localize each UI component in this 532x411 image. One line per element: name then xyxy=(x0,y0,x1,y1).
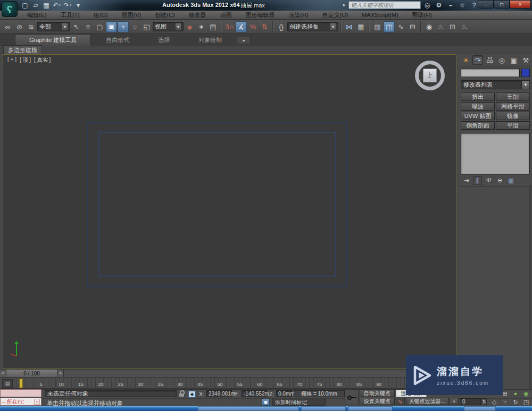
minimize-button[interactable]: – xyxy=(478,0,494,9)
pin-stack-toggle[interactable]: ⇥ xyxy=(462,176,471,184)
ribbon-subtab-polygon-modeling[interactable]: 多边形建模 xyxy=(3,45,42,55)
menu-create[interactable]: 创建(C) xyxy=(148,11,181,19)
new-file-button[interactable]: ▢ xyxy=(20,1,30,10)
select-and-link-button[interactable]: ∞ xyxy=(2,21,13,32)
select-and-rotate-button[interactable]: ○ xyxy=(129,21,140,32)
manage-layers-button[interactable]: ▥ xyxy=(372,21,383,32)
rendered-frame-window-button[interactable]: ⊡ xyxy=(447,21,458,32)
isolate-selection-toggle[interactable]: ▣ xyxy=(262,399,270,406)
modifier-bevel-profile-button[interactable]: 倒角剖面 xyxy=(461,121,495,130)
go-to-start-button[interactable]: « xyxy=(450,398,459,405)
menu-help[interactable]: 帮助(H) xyxy=(405,11,439,19)
ribbon-tab-freeform[interactable]: 自由形式 xyxy=(92,35,143,46)
unlink-selection-button[interactable]: ⊘ xyxy=(14,21,25,32)
modify-tab[interactable]: ↷ xyxy=(472,55,483,65)
menu-animation[interactable]: 动画 xyxy=(213,11,239,19)
open-file-button[interactable]: ▱ xyxy=(31,1,40,10)
use-center-flyout-button[interactable]: ◈ xyxy=(184,21,195,32)
object-color-swatch[interactable] xyxy=(521,69,530,77)
viewport-shading-menu[interactable]: [ 真实 ] xyxy=(34,56,51,64)
redo-button[interactable]: ↷▾ xyxy=(63,1,72,10)
open-mini-curve-editor-button[interactable]: ▤ xyxy=(2,379,13,388)
windows-taskbar[interactable] xyxy=(0,406,532,411)
modifier-mirror-button[interactable]: 镜像 xyxy=(496,112,530,120)
auto-key-toggle[interactable]: 自动关键点 xyxy=(360,390,395,397)
maximize-viewport-toggle[interactable]: ◳ xyxy=(521,398,531,406)
favorites-button[interactable]: ☆ xyxy=(458,1,467,10)
window-crossing-toggle[interactable]: ▣ xyxy=(106,21,117,32)
menu-customize[interactable]: 自定义(U) xyxy=(315,11,355,19)
default-in-out-tangents-button[interactable]: ∿ xyxy=(396,398,405,405)
menu-rendering[interactable]: 渲染(R) xyxy=(282,11,315,19)
modifier-noise-button[interactable]: 噪波 xyxy=(461,102,495,111)
show-end-result-toggle[interactable]: ∥ xyxy=(473,176,482,184)
select-and-manipulate-button[interactable]: ∗ xyxy=(196,21,207,32)
time-slider-handle[interactable]: 0 / 100 xyxy=(6,370,57,377)
angle-snap-toggle[interactable]: ∡ xyxy=(236,21,247,32)
listener-expand-arrow[interactable]: < xyxy=(34,399,40,405)
zoom-extents-all-button[interactable]: ◉ xyxy=(521,390,531,397)
create-tab[interactable]: ☀ xyxy=(461,55,471,65)
render-production-button[interactable]: ♨ xyxy=(459,21,470,32)
ribbon-tab-selection[interactable]: 选择 xyxy=(144,35,184,46)
viewcube-top-face[interactable]: 上 xyxy=(423,69,437,82)
menu-views[interactable]: 视图(V) xyxy=(115,11,148,19)
selection-lock-toggle[interactable] xyxy=(179,393,185,397)
track-bar[interactable]: ▤ 051015202530354045505560657075808590 xyxy=(0,378,458,389)
graphite-ribbon-toggle[interactable]: ◫ xyxy=(384,21,395,32)
panel-scrollbar[interactable] xyxy=(529,185,532,389)
menu-edit[interactable]: 编辑(E) xyxy=(20,11,54,19)
modifier-uvw-map-button[interactable]: UVW 贴图 xyxy=(461,112,495,120)
maxscript-macro-recorder[interactable] xyxy=(0,389,41,397)
snaps-toggle-3d[interactable]: 3∩ xyxy=(224,21,235,32)
quick-access-dropdown[interactable]: ▾ xyxy=(73,1,83,10)
set-keys-button[interactable] xyxy=(345,390,359,405)
ribbon-tab-graphite[interactable]: Graphite 建模工具 xyxy=(15,34,91,46)
ribbon-minimize-button[interactable]: ▼ xyxy=(237,37,251,44)
curve-editor-button[interactable]: ∿ xyxy=(395,21,406,32)
hierarchy-tab[interactable]: 品 xyxy=(485,55,495,65)
orbit-button[interactable]: ↻ xyxy=(511,398,520,406)
absolute-mode-toggle[interactable]: ◆ xyxy=(188,391,196,398)
maximize-button[interactable]: □ xyxy=(494,0,510,9)
motion-tab[interactable]: ◎ xyxy=(497,55,507,65)
menu-tools[interactable]: 工具(T) xyxy=(54,11,87,19)
utilities-tab[interactable]: ⚒ xyxy=(520,55,530,65)
infocenter-search-input[interactable] xyxy=(348,1,421,9)
taskbar-item[interactable] xyxy=(301,406,346,411)
zoom-extents-button[interactable]: ● xyxy=(511,390,520,397)
z-coord-field[interactable]: 0.0mm xyxy=(276,390,292,397)
rectangle-spline-inner[interactable] xyxy=(98,132,336,276)
bind-to-space-warp-button[interactable]: ≋ xyxy=(26,21,37,32)
reference-coordinate-system-dropdown[interactable]: 视图▼ xyxy=(153,22,184,31)
set-key-toggle[interactable]: 设置关键点 xyxy=(360,398,395,405)
selection-filter-dropdown[interactable]: 全部▼ xyxy=(37,22,70,31)
align-button[interactable]: ▦ xyxy=(355,21,367,32)
current-frame-field[interactable]: 0 xyxy=(460,398,481,405)
communication-center-button[interactable]: ⌁ xyxy=(446,1,455,10)
configure-modifier-sets-button[interactable]: ▥ xyxy=(506,176,516,184)
y-coord-field[interactable]: -140.552m xyxy=(242,390,267,397)
field-of-view-button[interactable]: ◇ xyxy=(489,398,499,406)
modifier-list-dropdown[interactable]: 修改器列表 ▼ xyxy=(461,80,530,89)
pan-hand-button[interactable]: ☞ xyxy=(500,398,510,406)
search-flyout-arrow[interactable]: ▸ xyxy=(343,2,346,7)
ribbon-tab-object-paint[interactable]: 对象绘制 xyxy=(185,35,236,46)
percent-snap-toggle[interactable]: % xyxy=(247,21,259,32)
display-tab[interactable]: ▣ xyxy=(509,55,519,65)
wrench-settings-button[interactable]: ⚙ xyxy=(435,1,443,10)
close-button[interactable]: × xyxy=(510,0,531,9)
rectangular-selection-region-button[interactable]: ▢ xyxy=(94,21,105,32)
add-time-tag[interactable]: 添加时间标记 xyxy=(272,399,326,406)
modifier-lathe-button[interactable]: 车削 xyxy=(496,93,530,101)
modifier-smooth-button[interactable]: 平滑 xyxy=(496,121,530,130)
menu-graph-editors[interactable]: 图形编辑器 xyxy=(239,11,282,19)
maxscript-mini-listener[interactable]: -- 所在行: < xyxy=(0,398,41,406)
material-editor-button[interactable]: ◉ xyxy=(423,21,435,32)
undo-button[interactable]: ↶▾ xyxy=(52,1,62,10)
mirror-button[interactable]: ⋈ xyxy=(344,21,355,32)
viewcube[interactable]: 上 xyxy=(415,61,445,90)
select-and-move-button[interactable]: + xyxy=(118,21,129,32)
key-filters-button[interactable]: 关键点过滤器... xyxy=(406,398,448,405)
menu-modifiers[interactable]: 修改器 xyxy=(182,11,213,19)
